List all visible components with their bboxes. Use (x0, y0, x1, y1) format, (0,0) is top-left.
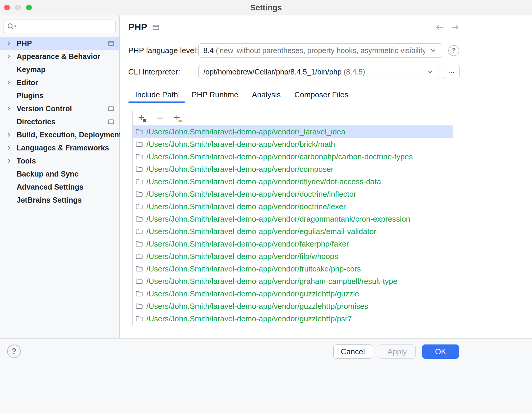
browse-interpreters-button[interactable]: ... (443, 65, 460, 79)
include-path-row[interactable]: /Users/John.Smith/laravel-demo-app/vendo… (133, 300, 453, 312)
tab[interactable]: Include Path (128, 87, 185, 103)
zoom-button[interactable] (26, 5, 32, 10)
add-folder-button[interactable] (172, 113, 183, 124)
include-path-text: /Users/John.Smith/laravel-demo-app/vendo… (146, 202, 346, 211)
settings-sidebar: PHP Appearance & Behavior (0, 15, 120, 338)
include-path-text: /Users/John.Smith/laravel-demo-app/vendo… (146, 127, 346, 136)
sidebar-item[interactable]: Directories (0, 115, 119, 128)
sidebar-item-label: Appearance & Behavior (17, 52, 100, 61)
folder-icon (135, 203, 143, 210)
folder-icon (135, 302, 143, 310)
language-level-label: PHP language level: (128, 46, 198, 55)
sidebar-item-label: Tools (17, 157, 36, 165)
folder-icon (135, 228, 143, 235)
include-path-text: /Users/John.Smith/laravel-demo-app/vendo… (146, 302, 368, 311)
include-path-row[interactable]: /Users/John.Smith/laravel-demo-app/vendo… (133, 250, 453, 263)
folder-icon (135, 215, 143, 223)
chevron-right-icon[interactable] (5, 158, 13, 164)
settings-search-box[interactable] (4, 20, 116, 33)
add-path-button[interactable] (137, 113, 148, 124)
footer: ? Cancel Apply OK (0, 338, 532, 413)
sidebar-item-label: Build, Execution, Deployment (17, 131, 121, 139)
sidebar-item[interactable]: Editor (0, 76, 119, 89)
folder-icon (135, 140, 143, 148)
titlebar: Settings (0, 0, 532, 15)
chevron-right-icon[interactable] (5, 79, 13, 86)
sidebar-item[interactable]: Keymap (0, 63, 119, 76)
chevron-down-icon (429, 46, 437, 55)
include-path-row[interactable]: /Users/John.Smith/laravel-demo-app/vendo… (133, 275, 453, 287)
tab-label: Analysis (252, 90, 281, 99)
include-path-row[interactable]: /Users/John.Smith/laravel-demo-app/vendo… (133, 263, 453, 275)
include-path-text: /Users/John.Smith/laravel-demo-app/vendo… (146, 177, 381, 186)
sidebar-item[interactable]: Advanced Settings (0, 180, 119, 193)
include-path-row[interactable]: /Users/John.Smith/laravel-demo-app/vendo… (133, 163, 453, 175)
folder-icon (135, 128, 143, 136)
sidebar-item[interactable]: Version Control (0, 102, 119, 115)
help-icon[interactable]: ? (448, 45, 459, 56)
sidebar-item-label: JetBrains Settings (17, 196, 82, 204)
tab[interactable]: PHP Runtime (185, 87, 245, 103)
cli-interpreter-select[interactable]: /opt/homebrew/Cellar/php/8.4.5_1/bin/php… (198, 65, 439, 79)
chevron-right-icon[interactable] (5, 40, 13, 47)
chevron-right-icon[interactable] (5, 144, 13, 151)
project-settings-icon (107, 40, 115, 47)
folder-icon (135, 252, 143, 260)
sidebar-item[interactable]: Backup and Sync (0, 167, 119, 180)
footer-buttons: Cancel Apply OK (333, 344, 459, 359)
php-language-level-select[interactable]: 8.4 ('new' without parentheses, property… (198, 43, 442, 58)
project-settings-icon (107, 105, 115, 112)
include-path-text: /Users/John.Smith/laravel-demo-app/vendo… (146, 277, 397, 286)
back-icon[interactable] (435, 23, 445, 31)
sidebar-item[interactable]: PHP (0, 37, 119, 50)
forward-icon[interactable] (450, 23, 460, 31)
include-path-text: /Users/John.Smith/laravel-demo-app/vendo… (146, 264, 361, 274)
include-path-row[interactable]: /Users/John.Smith/laravel-demo-app/vendo… (133, 200, 453, 213)
history-nav (435, 23, 460, 31)
help-icon[interactable]: ? (7, 344, 21, 358)
minimize-button[interactable] (15, 5, 21, 10)
include-path-toolbar (133, 111, 453, 126)
remove-path-button[interactable] (155, 113, 165, 124)
language-level-value-note: ('new' without parentheses, property hoo… (214, 46, 425, 55)
include-path-row[interactable]: /Users/John.Smith/laravel-demo-app/vendo… (133, 126, 453, 138)
sidebar-item[interactable]: Tools (0, 154, 119, 167)
sidebar-item-label: Version Control (17, 104, 72, 113)
sidebar-item-label: PHP (17, 39, 32, 48)
sidebar-item[interactable]: JetBrains Settings (0, 193, 119, 206)
sidebar-item-label: Backup and Sync (17, 170, 78, 178)
tab-label: Composer Files (294, 90, 348, 99)
sidebar-item[interactable]: Plugins (0, 89, 119, 102)
include-path-row[interactable]: /Users/John.Smith/laravel-demo-app/vendo… (133, 225, 453, 238)
include-path-text: /Users/John.Smith/laravel-demo-app/vendo… (146, 289, 359, 298)
include-path-row[interactable]: /Users/John.Smith/laravel-demo-app/vendo… (133, 188, 453, 200)
tab[interactable]: Analysis (245, 87, 288, 103)
include-path-row[interactable]: /Users/John.Smith/laravel-demo-app/vendo… (133, 138, 453, 150)
chevron-right-icon[interactable] (5, 131, 13, 138)
apply-button[interactable]: Apply (379, 344, 416, 359)
include-path-list: /Users/John.Smith/laravel-demo-app/vendo… (133, 126, 453, 325)
chevron-right-icon[interactable] (5, 105, 13, 112)
include-path-row[interactable]: /Users/John.Smith/laravel-demo-app/vendo… (133, 238, 453, 250)
settings-window: Settings PHP (0, 0, 532, 413)
include-path-text: /Users/John.Smith/laravel-demo-app/vendo… (146, 239, 349, 249)
folder-icon (135, 240, 143, 248)
tab[interactable]: Composer Files (287, 87, 355, 103)
cli-interpreter-value: /opt/homebrew/Cellar/php/8.4.5_1/bin/php (203, 68, 342, 76)
close-button[interactable] (4, 5, 10, 10)
include-path-row[interactable]: /Users/John.Smith/laravel-demo-app/vendo… (133, 213, 453, 225)
include-path-row[interactable]: /Users/John.Smith/laravel-demo-app/vendo… (133, 150, 453, 163)
sidebar-item[interactable]: Languages & Frameworks (0, 141, 119, 154)
sidebar-items: PHP Appearance & Behavior (0, 37, 119, 206)
chevron-right-icon[interactable] (5, 53, 13, 60)
sidebar-item[interactable]: Build, Execution, Deployment (0, 128, 119, 141)
cancel-button[interactable]: Cancel (333, 344, 372, 359)
search-input[interactable] (18, 22, 113, 31)
include-path-row[interactable]: /Users/John.Smith/laravel-demo-app/vendo… (133, 287, 453, 300)
include-path-panel: /Users/John.Smith/laravel-demo-app/vendo… (132, 111, 453, 325)
folder-icon (135, 153, 143, 161)
include-path-row[interactable]: /Users/John.Smith/laravel-demo-app/vendo… (133, 175, 453, 188)
sidebar-item[interactable]: Appearance & Behavior (0, 50, 119, 63)
include-path-row[interactable]: /Users/John.Smith/laravel-demo-app/vendo… (133, 312, 453, 325)
ok-button[interactable]: OK (422, 344, 459, 359)
